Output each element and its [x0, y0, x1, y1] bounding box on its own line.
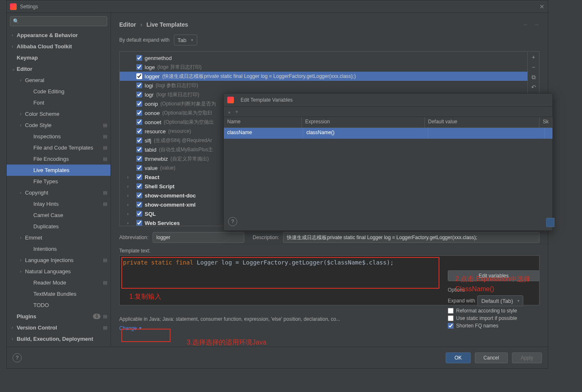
expand-with-label: By default expand with	[119, 37, 170, 43]
variables-table[interactable]: Name Expression Default value Sk classNa…	[224, 117, 552, 139]
sidebar-item-file-types[interactable]: File Types	[7, 176, 110, 187]
breadcrumb-separator: ›	[140, 21, 142, 28]
dialog-ok-button[interactable]	[546, 218, 554, 227]
sidebar-item-plugins[interactable]: Plugins6▤	[7, 311, 110, 322]
sidebar-item-natural-languages[interactable]: ›Natural Languages	[7, 266, 110, 277]
sidebar-item-alibaba-cloud-toolkit[interactable]: ›Alibaba Cloud Toolkit	[7, 41, 110, 52]
sidebar-item-file-and-code-templates[interactable]: File and Code Templates▤	[7, 142, 110, 153]
desc-input[interactable]	[283, 232, 539, 243]
template-checkbox[interactable]	[136, 82, 142, 88]
template-logger[interactable]: logger (快速生成日志模板private static final Log…	[120, 72, 527, 81]
edit-variables-dialog: Edit Template Variables ▲ ▼ Name Express…	[223, 93, 553, 231]
titlebar: Settings ✕	[7, 0, 548, 13]
sidebar-item-code-style[interactable]: ›Code Style▤	[7, 120, 110, 131]
intellij-icon	[10, 3, 17, 10]
sidebar-item-font[interactable]: Font	[7, 97, 110, 108]
nav-back-icon[interactable]: ←	[523, 21, 529, 28]
window-title: Settings	[20, 4, 38, 10]
template-checkbox[interactable]	[136, 128, 142, 134]
help-icon[interactable]: ?	[13, 353, 22, 362]
sidebar-item-keymap[interactable]: Keymap	[7, 52, 110, 63]
sidebar-item-version-control[interactable]: ›Version Control▤	[7, 322, 110, 333]
sidebar-item-build-execution-deployment[interactable]: ›Build, Execution, Deployment	[7, 333, 110, 345]
abbrev-label: Abbreviation:	[119, 235, 148, 240]
template-checkbox[interactable]	[136, 64, 142, 70]
sidebar-item-textmate-bundles[interactable]: TextMate Bundles	[7, 288, 110, 300]
settings-sidebar: ›Appearance & Behavior›Alibaba Cloud Too…	[7, 13, 111, 346]
group-checkbox[interactable]	[136, 211, 142, 217]
options-expand-select[interactable]: Default (Tab)	[477, 295, 523, 306]
shorten-fq-checkbox[interactable]	[448, 323, 454, 329]
shorten-fq-label: Shorten FQ names	[456, 323, 498, 329]
template-checkbox[interactable]	[136, 55, 142, 61]
template-checkbox[interactable]	[136, 110, 142, 116]
template-loge[interactable]: loge (loge 异常日志打印)	[120, 62, 527, 72]
sidebar-item-intentions[interactable]: Intentions	[7, 243, 110, 255]
cell-name[interactable]: className	[224, 128, 303, 139]
chevron-down-icon: ▼	[138, 326, 142, 330]
template-genmethod[interactable]: genmethod	[120, 53, 527, 62]
abbrev-input[interactable]	[153, 232, 244, 243]
cell-expression[interactable]: className()	[303, 128, 428, 139]
group-checkbox[interactable]	[136, 183, 142, 189]
edit-variables-button[interactable]: Edit variables	[448, 270, 539, 281]
template-checkbox[interactable]	[136, 101, 142, 107]
nav-forward-icon[interactable]: →	[534, 21, 539, 28]
sidebar-item-language-injections[interactable]: ›Language Injections▤	[7, 255, 110, 266]
sidebar-item-duplicates[interactable]: Duplicates	[7, 221, 110, 232]
template-checkbox[interactable]	[136, 156, 142, 162]
breadcrumb-editor[interactable]: Editor	[119, 21, 136, 28]
sidebar-item-inlay-hints[interactable]: Inlay Hints▤	[7, 198, 110, 210]
sidebar-item-todo[interactable]: TODO	[7, 300, 110, 311]
settings-tree[interactable]: ›Appearance & Behavior›Alibaba Cloud Too…	[7, 30, 110, 346]
help-icon[interactable]: ?	[228, 217, 237, 226]
cell-default[interactable]	[428, 128, 545, 139]
change-link[interactable]: Change▼	[119, 325, 142, 331]
sidebar-item-copyright[interactable]: ›Copyright▤	[7, 187, 110, 198]
reformat-label: Reformat according to style	[456, 308, 517, 314]
template-logi[interactable]: logi (logi 参数日志打印)	[120, 81, 527, 90]
ok-button[interactable]: OK	[446, 352, 470, 363]
sidebar-item-emmet[interactable]: ›Emmet	[7, 232, 110, 243]
sidebar-item-appearance-behavior[interactable]: ›Appearance & Behavior	[7, 30, 110, 41]
search-input[interactable]	[10, 16, 107, 26]
expand-with-select[interactable]: Tab	[174, 35, 197, 45]
static-import-checkbox[interactable]	[448, 315, 454, 321]
remove-icon[interactable]: −	[530, 63, 537, 71]
add-icon[interactable]: +	[530, 53, 537, 61]
template-checkbox[interactable]	[136, 92, 142, 97]
group-checkbox[interactable]	[136, 192, 142, 198]
group-checkbox[interactable]	[136, 174, 142, 180]
col-name: Name	[224, 117, 302, 127]
sidebar-item-general[interactable]: ›General	[7, 75, 110, 86]
sidebar-item-file-encodings[interactable]: File Encodings▤	[7, 153, 110, 165]
move-down-icon[interactable]: ▼	[235, 110, 239, 114]
sidebar-item-color-scheme[interactable]: ›Color Scheme	[7, 108, 110, 120]
group-checkbox[interactable]	[136, 202, 142, 207]
sidebar-item-code-editing[interactable]: Code Editing	[7, 86, 110, 97]
dialog-title: Edit Template Variables	[241, 97, 293, 103]
col-expression: Expression	[302, 117, 425, 127]
move-up-icon[interactable]: ▲	[227, 110, 231, 114]
sidebar-item-reader-mode[interactable]: Reader Mode▤	[7, 277, 110, 288]
reformat-checkbox[interactable]	[448, 308, 454, 314]
cancel-button[interactable]: Cancel	[475, 352, 508, 363]
sidebar-item-camel-case[interactable]: Camel Case	[7, 210, 110, 221]
template-checkbox[interactable]	[136, 119, 142, 125]
table-row[interactable]: className className()	[224, 128, 552, 139]
group-checkbox[interactable]	[136, 220, 142, 226]
cell-skip[interactable]	[545, 128, 552, 139]
template-checkbox[interactable]	[136, 147, 142, 152]
template-checkbox[interactable]	[136, 165, 142, 171]
col-default: Default value	[425, 117, 539, 127]
template-checkbox[interactable]	[136, 73, 142, 79]
apply-button[interactable]: Apply	[512, 352, 542, 363]
sidebar-item-inspections[interactable]: Inspections▤	[7, 131, 110, 142]
revert-icon[interactable]: ↶	[530, 83, 537, 91]
options-title: Options	[448, 287, 539, 293]
sidebar-item-editor[interactable]: ⌄Editor	[7, 63, 110, 75]
sidebar-item-live-templates[interactable]: Live Templates	[7, 165, 110, 176]
close-icon[interactable]: ✕	[539, 3, 544, 10]
copy-icon[interactable]: ⧉	[530, 73, 537, 81]
template-checkbox[interactable]	[136, 137, 142, 143]
